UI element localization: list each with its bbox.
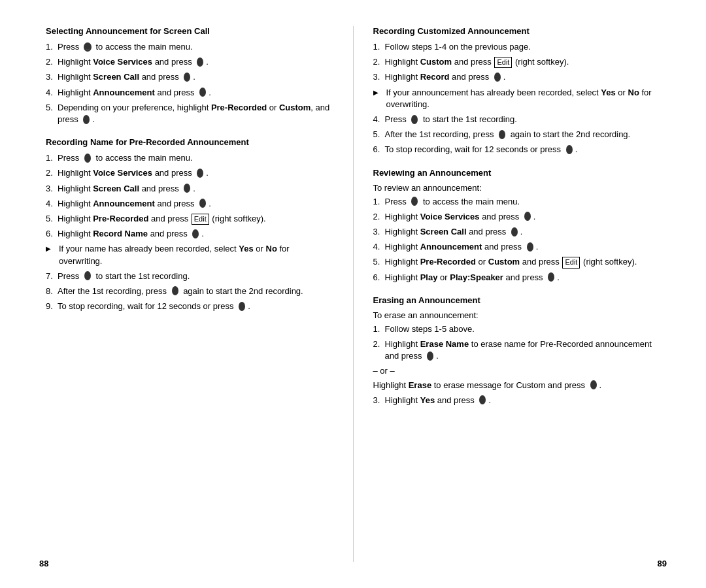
svg-point-4 — [83, 115, 90, 124]
step-2-2: 2. Highlight Voice Services and press . — [46, 167, 333, 179]
section-erasing: Erasing an Announcement To erase an anno… — [373, 295, 661, 406]
phone-icon — [81, 115, 92, 125]
step-r1-4: 4. Press to start the 1st recording. — [373, 114, 661, 125]
step-2-3: 3. Highlight Screen Call and press . — [46, 183, 333, 195]
step-r1-2: 2. Highlight Custom and press Edit (righ… — [373, 56, 661, 68]
step-r3-erase: Highlight Erase to erase message for Cus… — [373, 380, 661, 391]
step-1-3: 3. Highlight Screen Call and press . — [46, 71, 333, 83]
svg-point-8 — [199, 199, 206, 208]
phone-icon — [182, 73, 192, 83]
step-r1-bullet: If your announcement has already been re… — [373, 87, 661, 110]
step-r3-1: 1. Follow steps 1-5 above. — [373, 323, 661, 335]
phone-icon — [497, 130, 507, 140]
step-2-bullet: If your name has already been recorded, … — [46, 243, 333, 267]
phone-icon — [195, 169, 205, 179]
step-2-4: 4. Highlight Announcement and press . — [46, 198, 333, 210]
step-list-r3: 1. Follow steps 1-5 above. 2. Highlight … — [373, 323, 661, 406]
svg-point-2 — [184, 73, 190, 82]
svg-point-16 — [566, 145, 573, 154]
step-1-4: 4. Highlight Announcement and press . — [46, 87, 333, 99]
step-r2-5: 5. Highlight Pre-Recorded or Custom and … — [373, 256, 661, 268]
step-2-8: 8. After the 1st recording, press again … — [46, 286, 333, 297]
step-list-2: 1. Press to access the main menu. 2. Hig… — [46, 152, 333, 312]
step-r2-2: 2. Highlight Voice Services and press . — [373, 211, 661, 223]
edit-button: Edit — [192, 214, 209, 225]
phone-icon — [190, 229, 201, 240]
section-recording-customized: Recording Customized Announcement 1. Fol… — [373, 26, 661, 156]
step-2-6: 6. Highlight Record Name and press . — [46, 228, 333, 240]
step-2-5: 5. Highlight Pre-Recorded and press Edit… — [46, 213, 333, 225]
step-1-2: 2. Highlight Voice Services and press . — [46, 56, 333, 68]
svg-point-24 — [479, 395, 486, 404]
phone-icon — [546, 272, 556, 283]
svg-point-20 — [527, 242, 533, 252]
svg-point-19 — [511, 227, 518, 237]
phone-icon — [197, 88, 208, 98]
phone-icon — [564, 145, 575, 155]
phone-icon — [237, 302, 247, 312]
svg-point-21 — [548, 272, 554, 282]
step-r1-1: 1. Follow steps 1-4 on the previous page… — [373, 41, 661, 53]
sublabel-erasing: To erase an announcement: — [373, 310, 661, 320]
edit-button: Edit — [562, 257, 580, 268]
step-list-r1: 1. Follow steps 1-4 on the previous page… — [373, 41, 661, 156]
step-list-1: 1. Press to access the main menu. 2. Hig… — [46, 41, 333, 125]
phone-icon — [409, 115, 420, 125]
step-r3-3: 3. Highlight Yes and press . — [373, 395, 661, 406]
step-list-r2: 1. Press to access the main menu. 2. Hig… — [373, 196, 661, 284]
phone-icon — [82, 42, 93, 53]
section-title-r2: Reviewing an Announcement — [373, 168, 661, 178]
svg-point-17 — [411, 197, 418, 206]
svg-point-18 — [524, 212, 531, 221]
phone-icon — [182, 184, 192, 194]
step-r2-4: 4. Highlight Announcement and press . — [373, 241, 661, 253]
page-number-right: 89 — [658, 559, 667, 568]
svg-point-6 — [197, 169, 203, 178]
section-title-2: Recording Name for Pre-Recorded Announce… — [46, 137, 333, 147]
step-r3-2: 2. Highlight Erase Name to erase name fo… — [373, 338, 661, 362]
edit-button: Edit — [494, 57, 512, 68]
step-r2-3: 3. Highlight Screen Call and press . — [373, 226, 661, 238]
phone-icon — [197, 199, 208, 209]
step-2-1: 1. Press to access the main menu. — [46, 152, 333, 164]
step-r2-6: 6. Highlight Play or Play:Speaker and pr… — [373, 272, 661, 284]
phone-icon — [509, 227, 520, 238]
svg-point-1 — [197, 57, 203, 67]
svg-point-22 — [427, 351, 433, 361]
phone-icon — [492, 73, 503, 83]
phone-icon — [409, 197, 420, 207]
phone-icon — [82, 271, 93, 282]
section-title-r1: Recording Customized Announcement — [373, 26, 661, 36]
svg-point-12 — [239, 302, 245, 311]
svg-point-3 — [199, 88, 206, 97]
step-2-7: 7. Press to start the 1st recording. — [46, 270, 333, 282]
step-2-9: 9. To stop recording, wait for 12 second… — [46, 301, 333, 312]
svg-point-9 — [192, 229, 199, 238]
svg-point-10 — [84, 271, 91, 280]
step-r1-6: 6. To stop recording, wait for 12 second… — [373, 144, 661, 155]
svg-point-11 — [172, 286, 178, 295]
svg-point-13 — [494, 73, 501, 82]
phone-icon — [477, 395, 488, 406]
right-column: Recording Customized Announcement 1. Fol… — [360, 26, 674, 562]
section-selecting-announcement: Selecting Announcement for Screen Call 1… — [46, 26, 333, 125]
svg-point-14 — [411, 115, 418, 124]
step-r1-3: 3. Highlight Record and press . — [373, 71, 661, 83]
phone-icon — [82, 154, 93, 164]
left-column: Selecting Announcement for Screen Call 1… — [33, 26, 346, 562]
step-1-1: 1. Press to access the main menu. — [46, 41, 333, 53]
section-recording-name: Recording Name for Pre-Recorded Announce… — [46, 137, 333, 312]
column-divider — [353, 26, 354, 562]
section-title-r3: Erasing an Announcement — [373, 295, 661, 305]
phone-icon — [588, 380, 599, 391]
svg-point-7 — [184, 184, 190, 193]
page-number-left: 88 — [39, 559, 48, 568]
step-r3-or: – or – Highlight Erase to erase message … — [373, 365, 661, 391]
phone-icon — [170, 286, 180, 297]
sublabel-reviewing: To review an announcement: — [373, 183, 661, 193]
phone-icon — [522, 212, 533, 222]
step-r2-1: 1. Press to access the main menu. — [373, 196, 661, 208]
step-1-5: 5. Depending on your preference, highlig… — [46, 102, 333, 125]
phone-icon — [525, 242, 535, 253]
svg-point-23 — [590, 380, 597, 389]
